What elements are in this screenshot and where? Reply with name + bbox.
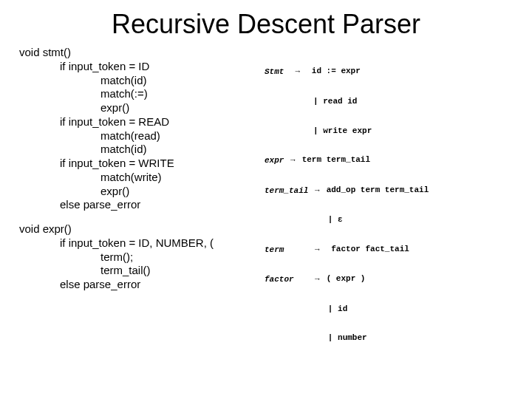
- grammar-rule: term_tail → add_op term term_tail: [265, 185, 510, 196]
- code-line: else parse_error: [19, 278, 265, 292]
- code-line: match(write): [19, 171, 265, 185]
- grammar-alt: | number: [265, 333, 510, 343]
- pseudocode-column: void stmt() if input_token = ID match(id…: [19, 46, 265, 302]
- code-line: match(:=): [19, 87, 265, 101]
- code-line: if input_token = READ: [19, 115, 265, 129]
- code-line: if input_token = ID: [19, 60, 265, 74]
- arrow-icon: →: [289, 155, 297, 164]
- code-line: expr(): [19, 101, 265, 115]
- grammar-column: Stmt → id := expr | read id | write expr…: [265, 46, 510, 363]
- code-line: void expr(): [19, 222, 265, 236]
- grammar-rhs: factor fact_tail: [327, 245, 409, 255]
- code-line: match(id): [19, 74, 265, 88]
- grammar-rhs: term term_tail: [302, 155, 370, 166]
- grammar-rhs: add_op term term_tail: [327, 185, 429, 196]
- code-line: if input_token = ID, NUMBER, (: [19, 236, 265, 250]
- grammar-rule: term → factor fact_tail: [265, 245, 510, 255]
- grammar-alt: | write expr: [265, 126, 510, 136]
- grammar-lhs: Stmt →: [265, 66, 312, 77]
- grammar-rule: Stmt → id := expr: [265, 66, 510, 77]
- code-line: if input_token = WRITE: [19, 157, 265, 171]
- grammar-alt: | id: [265, 304, 510, 314]
- expr-block: void expr() if input_token = ID, NUMBER,…: [19, 222, 265, 292]
- code-line: else parse_error: [19, 198, 265, 212]
- content-area: void stmt() if input_token = ID match(id…: [0, 46, 532, 363]
- grammar-alt: | ε: [265, 215, 510, 225]
- grammar-rule: factor → ( expr ): [265, 274, 510, 284]
- grammar-alt: | read id: [265, 97, 510, 106]
- stmt-block: void stmt() if input_token = ID match(id…: [19, 46, 265, 212]
- arrow-icon: →: [294, 66, 302, 75]
- page-title: Recursive Descent Parser: [0, 9, 532, 40]
- grammar-rule: expr → term term_tail: [265, 155, 510, 166]
- arrow-icon: →: [313, 274, 321, 283]
- code-line: term();: [19, 250, 265, 265]
- arrow-icon: →: [313, 185, 321, 194]
- code-line: void stmt(): [19, 46, 265, 60]
- grammar-rhs: id := expr: [312, 66, 361, 77]
- code-line: term_tail(): [19, 264, 265, 278]
- grammar-lhs: term_tail →: [265, 185, 327, 196]
- grammar-lhs: factor →: [265, 274, 327, 284]
- arrow-icon: →: [313, 245, 321, 253]
- code-line: expr(): [19, 185, 265, 199]
- code-line: match(read): [19, 129, 265, 143]
- grammar-lhs: expr →: [265, 155, 302, 166]
- grammar-rhs: ( expr ): [327, 274, 366, 284]
- code-line: match(id): [19, 143, 265, 157]
- grammar-lhs: term →: [265, 245, 327, 255]
